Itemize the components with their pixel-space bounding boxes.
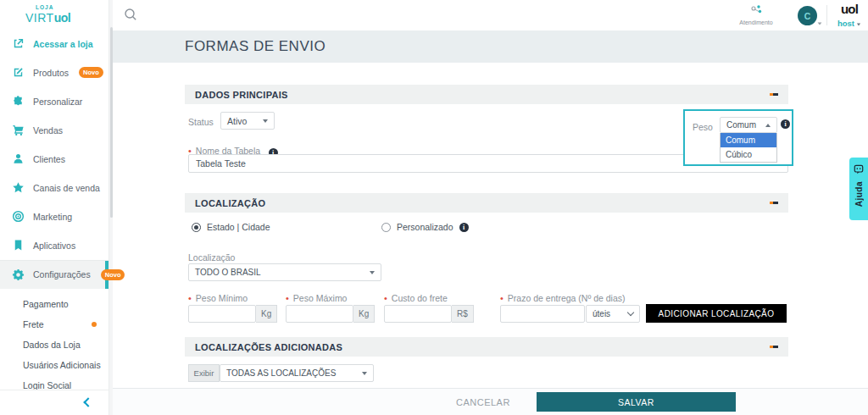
info-icon[interactable]: i: [459, 223, 469, 232]
peso-minimo-field: Kg: [188, 305, 277, 323]
peso-minimo-label: Peso Mínimo: [196, 293, 248, 303]
collapse-section-icon[interactable]: [770, 346, 778, 348]
scrollbar-thumb[interactable]: [110, 27, 113, 218]
search-icon[interactable]: [123, 7, 140, 24]
uol-logo-text: uol: [837, 3, 861, 15]
rs-suffix: R$: [452, 305, 474, 323]
prazo-entrega-label-row: •Prazo de entrega (Nº de dias): [500, 293, 626, 303]
sidebar-item-acessar-a-loja[interactable]: Acessar a loja: [0, 30, 108, 58]
sidebar-subitem-label: Login Social: [23, 380, 71, 390]
prazo-entrega-field: úteis: [500, 305, 640, 323]
info-icon[interactable]: i: [781, 119, 790, 129]
sidebar-subitem-frete[interactable]: Frete: [0, 314, 108, 335]
puzzle-icon: [11, 95, 25, 108]
star-icon: [11, 181, 25, 195]
sidebar-item-label: Produtos: [33, 68, 69, 78]
logo-virt-text: VIRT: [25, 11, 54, 25]
collapse-section-icon[interactable]: [770, 93, 778, 96]
sidebar-item-clientes[interactable]: Clientes: [0, 145, 108, 174]
avatar-initial: C: [804, 11, 811, 21]
collapse-section-icon[interactable]: [770, 202, 778, 204]
logo-uol-text: uol: [54, 11, 71, 25]
sidebar-item-vendas[interactable]: Vendas: [0, 116, 108, 145]
section-title: LOCALIZAÇÃO: [195, 198, 265, 208]
sidebar-item-configuracoes[interactable]: Configurações Novo: [0, 260, 108, 289]
sidebar-item-aplicativos[interactable]: Aplicativos: [0, 231, 108, 260]
peso-select[interactable]: Comum: [720, 117, 777, 133]
status-label: Status: [188, 117, 214, 127]
peso-minimo-label-row: •Peso Mínimo: [188, 293, 248, 303]
peso-minimo-input[interactable]: [188, 305, 256, 323]
sidebar-subitem-label: Pagamento: [23, 299, 69, 309]
chevron-down-icon: [362, 372, 367, 375]
sidebar-item-label: Vendas: [33, 125, 63, 136]
vertical-scrollbar[interactable]: [108, 0, 113, 415]
custo-frete-label-row: •Custo do frete: [384, 293, 448, 303]
help-chat-icon: [854, 163, 864, 178]
status-select[interactable]: Ativo: [220, 112, 275, 130]
sidebar-subitem-label: Usuários Adicionais: [23, 360, 101, 370]
person-icon: [11, 152, 25, 166]
exibir-select[interactable]: TODAS AS LOCALIZAÇÕES: [220, 364, 374, 382]
sidebar-subitem-pagamento[interactable]: Pagamento: [0, 294, 108, 314]
atendimento-button[interactable]: Atendimento: [729, 3, 783, 25]
bookmark-icon: [11, 239, 25, 252]
sidebar-subitem-label: Dados da Loja: [23, 340, 81, 350]
peso-option-comum[interactable]: Comum: [721, 133, 776, 147]
radio-personalizado[interactable]: Personalizado i: [381, 222, 469, 232]
required-marker: •: [188, 293, 192, 303]
sidebar-collapse-bar: [0, 390, 108, 415]
sidebar-item-label: Marketing: [33, 212, 72, 222]
peso-option-cubico[interactable]: Cúbico: [721, 147, 776, 162]
localizacao-select[interactable]: TODO O BRASIL: [188, 263, 381, 281]
uol-host-logo[interactable]: uol host: [837, 3, 861, 29]
status-value: Ativo: [227, 116, 247, 126]
peso-dropdown-menu: Comum Cúbico: [720, 133, 777, 163]
exibir-label: Exibir: [188, 364, 220, 382]
localizacao-label: Localização: [188, 252, 235, 263]
required-marker: •: [384, 293, 387, 303]
chevron-up-icon: [765, 124, 771, 127]
sidebar-item-personalizar[interactable]: Personalizar: [0, 87, 108, 116]
ajuda-label: Ajuda: [854, 181, 864, 207]
sidebar-item-marketing[interactable]: Marketing: [0, 202, 108, 231]
sidebar-menu: Acessar a loja Produtos Novo Personaliza…: [0, 30, 108, 396]
sidebar: LOJA VIRTuol Acessar a loja Produtos Nov…: [0, 0, 108, 415]
radio-estado-cidade[interactable]: Estado | Cidade: [192, 222, 270, 232]
section-header-dados-principais: DADOS PRINCIPAIS: [185, 85, 788, 104]
collapse-sidebar-icon[interactable]: [83, 397, 92, 407]
chevron-down-icon: [263, 119, 268, 123]
novo-badge: Novo: [79, 67, 103, 78]
sidebar-item-label: Canais de venda: [33, 183, 100, 193]
sidebar-subitem-usuarios-adicionais[interactable]: Usuários Adicionais: [0, 355, 108, 375]
uteis-select[interactable]: úteis: [586, 305, 640, 323]
avatar[interactable]: C: [798, 6, 817, 25]
adicionar-localizacao-button[interactable]: ADICIONAR LOCALIZAÇÃO: [646, 304, 787, 323]
peso-highlight-box: Peso Comum i Comum Cúbico: [683, 109, 793, 166]
avatar-chevron-down-icon[interactable]: [818, 22, 822, 25]
chevron-down-icon: [370, 271, 375, 274]
section-title: DADOS PRINCIPAIS: [195, 90, 288, 100]
sidebar-item-canais-de-venda[interactable]: Canais de venda: [0, 174, 108, 202]
prazo-entrega-input[interactable]: [500, 305, 585, 323]
peso-maximo-input[interactable]: [286, 305, 353, 323]
salvar-button[interactable]: SALVAR: [537, 392, 736, 412]
peso-value: Comum: [726, 120, 756, 130]
cancelar-button[interactable]: CANCELAR: [456, 397, 510, 407]
page-title: FORMAS DE ENVIO: [185, 38, 326, 55]
sidebar-subitem-dados-da-loja[interactable]: Dados da Loja: [0, 335, 108, 355]
ajuda-tab[interactable]: Ajuda: [849, 158, 868, 220]
sidebar-item-produtos[interactable]: Produtos Novo: [0, 58, 108, 87]
main-content: DADOS PRINCIPAIS Status Ativo Peso Comum…: [185, 63, 788, 388]
radio-label: Personalizado: [397, 222, 453, 232]
peso-maximo-field: Kg: [286, 305, 375, 323]
sidebar-item-label: Aplicativos: [33, 241, 75, 251]
radio-button-unselected[interactable]: [381, 223, 391, 232]
custo-frete-label: Custo do frete: [392, 293, 448, 303]
prazo-entrega-label: Prazo de entrega (Nº de dias): [508, 293, 626, 303]
custo-frete-input[interactable]: [384, 305, 452, 323]
loja-virtuol-logo[interactable]: LOJA VIRTuol: [0, 0, 108, 28]
radio-button-selected[interactable]: [192, 223, 201, 232]
topbar-divider: [826, 5, 827, 25]
bullseye-icon: [11, 210, 25, 224]
